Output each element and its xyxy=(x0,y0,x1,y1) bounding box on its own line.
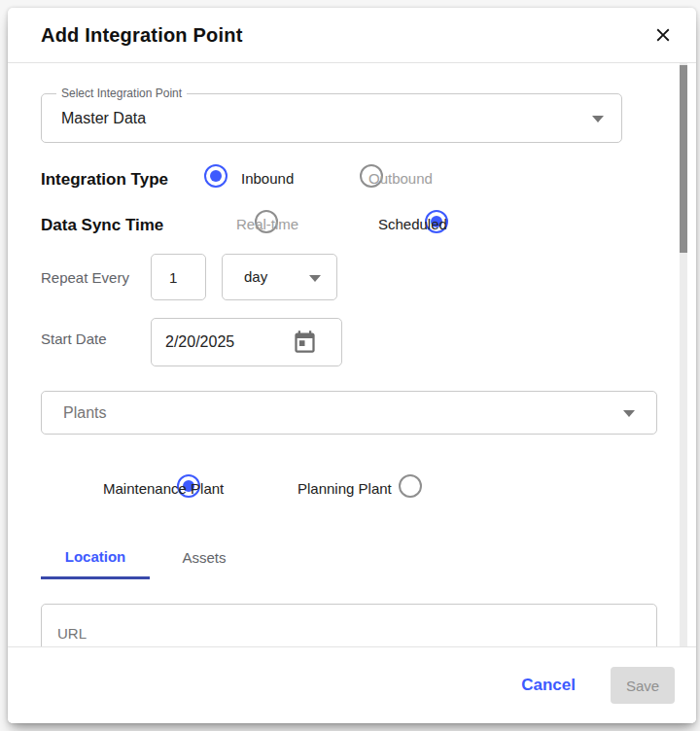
chevron-down-icon xyxy=(309,275,321,282)
start-date-input[interactable]: 2/20/2025 xyxy=(151,318,342,366)
repeat-every-label: Repeat Every xyxy=(41,269,129,286)
tab-assets[interactable]: Assets xyxy=(150,536,259,579)
integration-point-select[interactable]: Select Integration Point Master Data xyxy=(41,93,622,143)
tab-bar: Location Assets xyxy=(41,536,259,579)
radio-label-outbound[interactable]: Outbound xyxy=(368,170,433,187)
save-button[interactable]: Save xyxy=(611,667,675,704)
page-title: Add Integration Point xyxy=(41,24,649,47)
chevron-down-icon xyxy=(623,410,635,417)
repeat-unit-value: day xyxy=(244,268,267,285)
repeat-every-input[interactable] xyxy=(151,254,206,300)
integration-type-label: Integration Type xyxy=(41,170,168,190)
radio-inbound[interactable] xyxy=(204,164,228,188)
add-integration-point-dialog: Add Integration Point Select Integration… xyxy=(8,8,696,723)
calendar-icon[interactable] xyxy=(292,330,318,356)
radio-label-real-time[interactable]: Real-time xyxy=(236,216,298,232)
radio-planning-plant[interactable] xyxy=(399,474,422,498)
integration-point-value: Master Data xyxy=(42,94,621,142)
cancel-button[interactable]: Cancel xyxy=(521,676,576,695)
radio-label-inbound[interactable]: Inbound xyxy=(241,170,294,187)
data-sync-time-label: Data Sync Time xyxy=(41,216,163,235)
start-date-label: Start Date xyxy=(41,331,107,347)
plants-select[interactable]: Plants xyxy=(41,391,657,435)
scrollbar-thumb[interactable] xyxy=(680,65,687,253)
tab-location[interactable]: Location xyxy=(41,536,150,579)
scrollbar-track[interactable] xyxy=(680,63,687,647)
dialog-content: Select Integration Point Master Data Int… xyxy=(8,63,696,647)
radio-label-scheduled[interactable]: Scheduled xyxy=(378,216,447,232)
radio-label-planning-plant[interactable]: Planning Plant xyxy=(298,480,392,497)
radio-label-maintenance-plant[interactable]: Maintenance Plant xyxy=(103,480,224,497)
dialog-header: Add Integration Point xyxy=(8,8,696,63)
integration-point-label: Select Integration Point xyxy=(56,87,187,100)
close-icon-glyph xyxy=(652,24,674,46)
start-date-value: 2/20/2025 xyxy=(165,333,234,350)
dialog-actions: Cancel Save xyxy=(8,647,696,723)
repeat-unit-select[interactable]: day xyxy=(222,254,337,300)
chevron-down-icon xyxy=(592,116,604,122)
url-input[interactable] xyxy=(41,604,657,647)
plants-placeholder: Plants xyxy=(42,392,656,434)
close-icon[interactable] xyxy=(649,21,677,49)
